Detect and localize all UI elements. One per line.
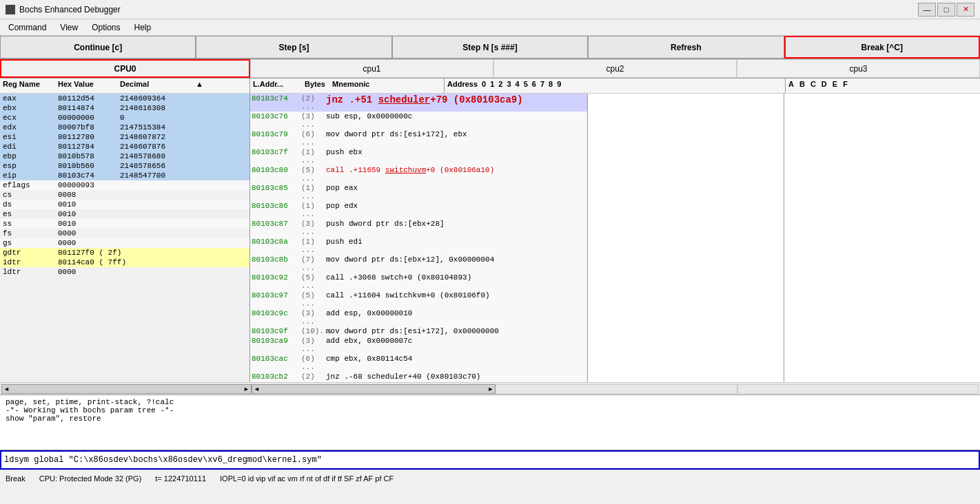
menu-options[interactable]: Options	[86, 21, 125, 34]
minimize-button[interactable]: —	[918, 3, 936, 17]
cpu1-headers: L.Addr... Bytes Mnemonic	[250, 78, 445, 93]
cpu2-headers: Address 0123456789	[445, 78, 786, 93]
disasm-addr: 80103c74	[252, 94, 301, 111]
maximize-button[interactable]: □	[937, 3, 955, 17]
reg-gdtr: gdtr 801127f0 ( 2f)	[0, 248, 249, 258]
disasm-row-2[interactable]: 80103c79 (6) ... mov dword ptr ds:[esi+1…	[250, 129, 587, 147]
toolbar: Continue [c] Step [s] Step N [s ###] Ref…	[0, 36, 980, 59]
reg-eax: eax 80112d54 2148609364	[0, 94, 249, 103]
status-flags: IOPL=0 id vip vif ac vm rf nt of df if t…	[220, 474, 394, 483]
status-cpu-mode: CPU: Protected Mode 32 (PG)	[39, 474, 142, 483]
bytes-header: Bytes	[305, 80, 332, 92]
reg-name-header: Reg Name	[3, 80, 58, 92]
laddr-header: L.Addr...	[253, 80, 305, 92]
console-line-1: page, set, ptime, print-stack, ?!calc	[6, 398, 974, 406]
close-button[interactable]: ✕	[957, 3, 974, 17]
app-icon	[6, 5, 15, 14]
statusbar: Break CPU: Protected Mode 32 (PG) t= 122…	[0, 470, 980, 486]
cpu3-panel	[784, 94, 981, 382]
cpu3-scrollbar[interactable]	[737, 384, 979, 394]
horizontal-scrollbar[interactable]: ◄ ► ◄ ►	[0, 383, 980, 395]
disasm-row-10[interactable]: 80103c92 (5) ... call .+3068 swtch+0 (0x…	[250, 273, 587, 291]
register-panel: eax 80112d54 2148609364 ebx 80114874 214…	[0, 94, 250, 382]
menu-view[interactable]: View	[54, 21, 83, 34]
reg-eflags: eflags 00000093	[0, 180, 249, 190]
mnemonic-header: Mnemonic	[332, 80, 441, 92]
decimal-header: Decimal	[120, 80, 196, 92]
cpu-tabs: CPU0 cpu1 cpu2 cpu3	[0, 59, 980, 78]
disasm-row-current[interactable]: 80103c74 (2) ... jnz .+51 scheduler+79 (…	[250, 94, 587, 112]
cpu1-disasm-panel: 80103c74 (2) ... jnz .+51 scheduler+79 (…	[250, 94, 588, 382]
refresh-button[interactable]: Refresh	[588, 36, 784, 59]
disasm-row-14[interactable]: 80103ca9 (3) ... add ebx, 0x0000007c	[250, 336, 587, 354]
reg-cs: cs 0008	[0, 190, 249, 200]
console-output: page, set, ptime, print-stack, ?!calc -*…	[0, 395, 980, 450]
titlebar: Bochs Enhanced Debugger — □ ✕	[0, 0, 980, 19]
command-input-area	[0, 450, 980, 470]
cpu2-tab[interactable]: cpu2	[493, 59, 737, 78]
step-button[interactable]: Step [s]	[196, 36, 391, 59]
disasm-row-11[interactable]: 80103c97 (5) ... call .+11604 switchkvm+…	[250, 291, 587, 308]
reg-esi: esi 80112780 2148607872	[0, 132, 249, 142]
titlebar-title: Bochs Enhanced Debugger	[19, 5, 121, 14]
reg-eip: eip 80103c74 2148547700	[0, 171, 249, 180]
break-button[interactable]: Break [^C]	[784, 36, 980, 59]
titlebar-controls: — □ ✕	[918, 3, 974, 17]
disasm-row-8[interactable]: 80103c8a (1) ... push edi	[250, 237, 587, 255]
cpu1-tab[interactable]: cpu1	[250, 59, 493, 78]
scroll-indicator: ▲	[196, 80, 247, 92]
cpu2-panel	[588, 94, 784, 382]
reg-ebp: ebp 8010b578 2148578680	[0, 151, 249, 161]
cpu0-tab[interactable]: CPU0	[0, 59, 250, 78]
disasm-row-5[interactable]: 80103c85 (1) ... pop eax	[250, 183, 587, 201]
reg-edi: edi 80112784 2148607876	[0, 142, 249, 151]
hex-value-header: Hex Value	[58, 80, 120, 92]
disasm-row-16[interactable]: 80103cb2 (2) ... jnz .-68 scheduler+40 (…	[250, 372, 587, 382]
reg-es: es 0010	[0, 209, 249, 219]
disasm-row-9[interactable]: 80103c8b (7) ... mov dword ptr ds:[ebx+1…	[250, 255, 587, 273]
menubar: Command View Options Help	[0, 19, 980, 36]
cpu3-tab[interactable]: cpu3	[737, 59, 980, 78]
disasm-row-1[interactable]: 80103c76 (3) ... sub esp, 0x0000000c	[250, 112, 587, 129]
reg-edx: edx 80007bf8 2147515384	[0, 123, 249, 132]
disasm-row-4[interactable]: 80103c80 (5) ... call .+11659 switchuvm+…	[250, 165, 587, 183]
titlebar-left: Bochs Enhanced Debugger	[6, 5, 121, 14]
reg-ecx: ecx 00000000 0	[0, 113, 249, 123]
disasm-row-6[interactable]: 80103c86 (1) ... pop edx	[250, 201, 587, 219]
disasm-row-7[interactable]: 80103c87 (3) ... push dword ptr ds:[ebx+…	[250, 219, 587, 237]
disasm-row-13[interactable]: 80103c9f (10)... mov dword ptr ds:[esi+1…	[250, 326, 587, 336]
disasm-mnem-jnz: jnz .+51 scheduler+79 (0x80103ca9)	[326, 94, 586, 111]
status-break: Break	[6, 474, 25, 483]
reg-headers: Reg Name Hex Value Decimal ▲	[0, 78, 250, 93]
disasm-row-3[interactable]: 80103c7f (1) ... push ebx	[250, 147, 587, 165]
column-headers: Reg Name Hex Value Decimal ▲ L.Addr... B…	[0, 78, 980, 94]
reg-fs: fs 0000	[0, 229, 249, 238]
reg-ds: ds 0010	[0, 200, 249, 209]
status-time: t= 1224710111	[155, 474, 206, 483]
cpu3-headers: ABCDEF	[786, 78, 980, 93]
reg-gs: gs 0000	[0, 238, 249, 248]
step-n-button[interactable]: Step N [s ###]	[392, 36, 588, 59]
disasm-scrollbar[interactable]: ◄ ►	[252, 384, 496, 394]
address-header: Address	[447, 80, 478, 92]
disasm-row-15[interactable]: 80103cac (6) ... cmp ebx, 0x80114c54	[250, 354, 587, 372]
command-input[interactable]	[4, 455, 976, 465]
menu-command[interactable]: Command	[3, 21, 52, 34]
reg-idtr: idtr 80114ca0 ( 7ff)	[0, 258, 249, 267]
disasm-row-12[interactable]: 80103c9c (3) ... add esp, 0x00000010	[250, 308, 587, 326]
reg-ldtr: ldtr 0000	[0, 267, 249, 277]
reg-esp: esp 8010b560 2148578656	[0, 161, 249, 171]
cpu2-scrollbar[interactable]	[496, 384, 737, 394]
menu-help[interactable]: Help	[129, 21, 157, 34]
continue-button[interactable]: Continue [c]	[0, 36, 196, 59]
reg-ss: ss 0010	[0, 219, 249, 229]
reg-ebx: ebx 80114874 2148616308	[0, 103, 249, 113]
main-content: eax 80112d54 2148609364 ebx 80114874 214…	[0, 94, 980, 383]
console-line-3: show "param", restore	[6, 414, 974, 423]
reg-scrollbar[interactable]: ◄ ►	[1, 384, 252, 394]
console-line-2: -*- Working with bochs param tree -*-	[6, 406, 974, 414]
disasm-bytes: (2) ...	[301, 94, 326, 111]
